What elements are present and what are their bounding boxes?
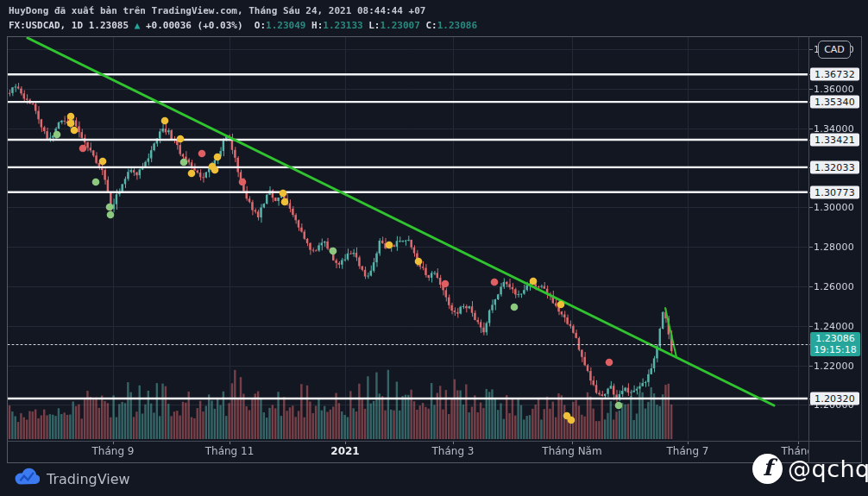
tradingview-brand-text: TradingView [47, 471, 130, 487]
price-level-label: 1.36732 [810, 68, 859, 81]
low-value: 1.23007 [381, 20, 420, 31]
price-axis: 1.380001.360001.340001.300001.280001.260… [809, 36, 862, 441]
price-scale-label: 1.22000 [814, 360, 854, 371]
symbol-info-line: FX:USDCAD, 1D 1.23085 ▲ +0.00036 (+0.03%… [9, 20, 477, 31]
time-label-month: Tháng 9 [92, 445, 135, 457]
high-label: H: [305, 20, 323, 31]
price-scale-label: 1.34000 [814, 122, 854, 134]
price-level-label: 1.33421 [810, 134, 859, 147]
price-level-label: 1.20320 [810, 392, 859, 405]
price-scale-label: 1.36000 [814, 84, 854, 95]
tradingview-branding[interactable]: TradingView [14, 468, 130, 490]
currency-cad-button[interactable]: CAD [818, 41, 851, 59]
time-label-month: Tháng Năm [542, 445, 601, 457]
price-change: +0.00036 (+0.03%) [140, 20, 254, 31]
facebook-f-icon: f [752, 454, 783, 484]
open-label: O: [255, 20, 266, 31]
time-label-month: Tháng 3 [432, 445, 475, 457]
close-value: 1.23086 [437, 20, 477, 31]
price-scale-label: 1.28000 [814, 242, 854, 253]
price-scale-label: 1.24000 [814, 320, 854, 331]
price-scale-label: 1.26000 [814, 281, 854, 292]
time-label-month: Tháng 7 [667, 445, 709, 457]
publish-info-line: HuyDong đã xuất bản trên TradingView.com… [9, 5, 425, 16]
low-label: L: [363, 20, 381, 31]
author-watermark: f @qchqv2 [752, 454, 868, 484]
high-value: 1.23133 [323, 20, 362, 31]
price-level-label: 1.30773 [810, 185, 859, 198]
tradingview-snapshot: HuyDong đã xuất bản trên TradingView.com… [0, 0, 868, 496]
symbol-interval-last: FX:USDCAD, 1D 1.23085 [9, 20, 135, 31]
price-chart-canvas [0, 0, 868, 496]
last-price-badge: 1.2308619:15:18 [810, 332, 860, 356]
bar-countdown: 19:15:18 [810, 344, 860, 355]
price-scale-label: 1.30000 [814, 202, 854, 213]
tradingview-logo-icon [14, 468, 40, 490]
time-label-month: Tháng 11 [205, 445, 255, 457]
open-value: 1.23049 [266, 20, 305, 31]
time-axis: Tháng 9Tháng 112021Tháng 3Tháng NămTháng… [7, 442, 808, 461]
price-level-label: 1.35340 [810, 96, 859, 109]
author-handle: @qchqv2 [788, 455, 868, 482]
last-price-value: 1.23086 [810, 333, 860, 344]
close-label: C: [420, 20, 437, 31]
time-label-year: 2021 [330, 445, 359, 457]
price-level-label: 1.32033 [810, 160, 859, 173]
